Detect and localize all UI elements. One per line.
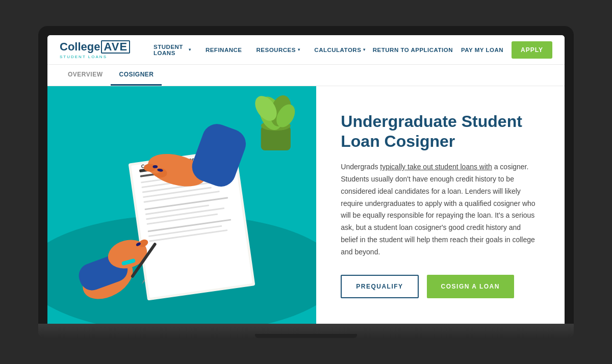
apply-button[interactable]: APPLY xyxy=(512,41,552,59)
chevron-down-icon: ▾ xyxy=(298,47,300,52)
laptop-frame: College AVE STUDENT LOANS STUDENT LOANS … xyxy=(38,26,574,323)
page-tabs: OVERVIEW COSIGNER xyxy=(47,65,565,86)
hero-image: CollegeAVE College Budget Planner xyxy=(47,86,316,323)
return-to-application-link[interactable]: RETURN TO APPLICATION xyxy=(373,47,453,53)
logo[interactable]: College AVE STUDENT LOANS xyxy=(60,40,130,59)
pay-my-loan-link[interactable]: PAY MY LOAN xyxy=(461,47,503,53)
prequalify-button[interactable]: PREQUALIFY xyxy=(341,275,418,298)
logo-sub-text: STUDENT LOANS xyxy=(60,55,130,59)
page-heading: Undergraduate Student Loan Cosigner xyxy=(341,112,539,151)
navigation: College AVE STUDENT LOANS STUDENT LOANS … xyxy=(47,35,565,65)
cta-buttons: PREQUALIFY COSIGN A LOAN xyxy=(341,275,539,298)
nav-right: RETURN TO APPLICATION PAY MY LOAN APPLY xyxy=(373,41,552,59)
chevron-down-icon: ▾ xyxy=(189,47,191,52)
tab-overview[interactable]: OVERVIEW xyxy=(60,65,111,86)
chevron-down-icon: ▾ xyxy=(363,47,366,52)
laptop-base xyxy=(38,324,574,338)
nav-links: STUDENT LOANS ▾ REFINANCE RESOURCES ▾ CA… xyxy=(146,35,373,65)
tab-cosigner[interactable]: COSIGNER xyxy=(111,65,162,86)
nav-item-refinance[interactable]: REFINANCE xyxy=(198,35,249,65)
svg-point-41 xyxy=(152,165,158,168)
nav-item-student-loans[interactable]: STUDENT LOANS ▾ xyxy=(146,35,198,65)
logo-text: College AVE xyxy=(60,40,130,54)
body-text: Undergrads typically take out student lo… xyxy=(341,161,539,258)
nav-item-calculators[interactable]: CALCULATORS ▾ xyxy=(307,35,372,65)
laptop-screen: College AVE STUDENT LOANS STUDENT LOANS … xyxy=(47,35,565,323)
logo-college-text: College xyxy=(60,41,100,53)
text-section: Undergraduate Student Loan Cosigner Unde… xyxy=(316,86,565,323)
cosign-button[interactable]: COSIGN A LOAN xyxy=(427,275,514,298)
main-content: CollegeAVE College Budget Planner xyxy=(47,86,565,323)
nav-item-resources[interactable]: RESOURCES ▾ xyxy=(249,35,307,65)
logo-ave-text: AVE xyxy=(101,40,130,54)
